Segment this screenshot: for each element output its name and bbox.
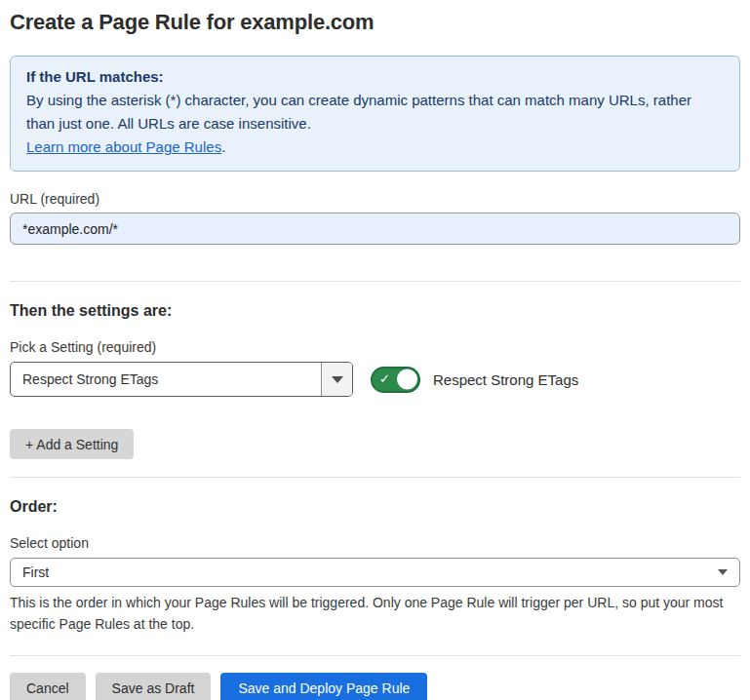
check-icon: ✓ [379, 372, 390, 385]
url-match-info-box: If the URL matches: By using the asteris… [10, 56, 740, 172]
setting-row: Respect Strong ETags ✓ Respect Strong ET… [10, 362, 740, 397]
learn-more-link[interactable]: Learn more about Page Rules [26, 138, 221, 155]
cancel-button[interactable]: Cancel [10, 673, 86, 700]
setting-toggle[interactable]: ✓ [371, 367, 420, 393]
info-box-heading: If the URL matches: [26, 65, 724, 89]
link-period: . [221, 138, 225, 155]
setting-select[interactable]: Respect Strong ETags [10, 362, 353, 397]
save-deploy-button[interactable]: Save and Deploy Page Rule [220, 673, 427, 700]
setting-select-value: Respect Strong ETags [11, 363, 321, 396]
chevron-down-icon [718, 569, 728, 575]
order-select-label: Select option [10, 535, 740, 551]
toggle-knob [397, 369, 417, 390]
section-divider [10, 281, 740, 282]
url-input[interactable] [10, 213, 740, 245]
page-title: Create a Page Rule for example.com [10, 10, 740, 35]
add-setting-button[interactable]: + Add a Setting [10, 429, 134, 459]
setting-select-arrow-button[interactable] [321, 363, 352, 396]
info-box-body: By using the asterisk (*) character, you… [26, 89, 724, 136]
order-select-value: First [22, 564, 49, 580]
order-select[interactable]: First [10, 558, 740, 587]
order-section-heading: Order: [10, 498, 740, 516]
chevron-down-icon [332, 376, 343, 383]
info-box-link-line: Learn more about Page Rules. [26, 136, 724, 159]
order-help-text: This is the order in which your Page Rul… [10, 592, 740, 635]
url-field-label: URL (required) [10, 191, 740, 207]
toggle-label: Respect Strong ETags [433, 371, 578, 388]
page-rule-form: Create a Page Rule for example.com If th… [0, 0, 750, 700]
settings-section-heading: Then the settings are: [10, 302, 740, 320]
footer-actions: Cancel Save as Draft Save and Deploy Pag… [10, 673, 740, 700]
footer-divider [10, 655, 740, 656]
pick-setting-label: Pick a Setting (required) [10, 339, 740, 355]
save-draft-button[interactable]: Save as Draft [96, 673, 212, 700]
section-divider [10, 477, 740, 478]
